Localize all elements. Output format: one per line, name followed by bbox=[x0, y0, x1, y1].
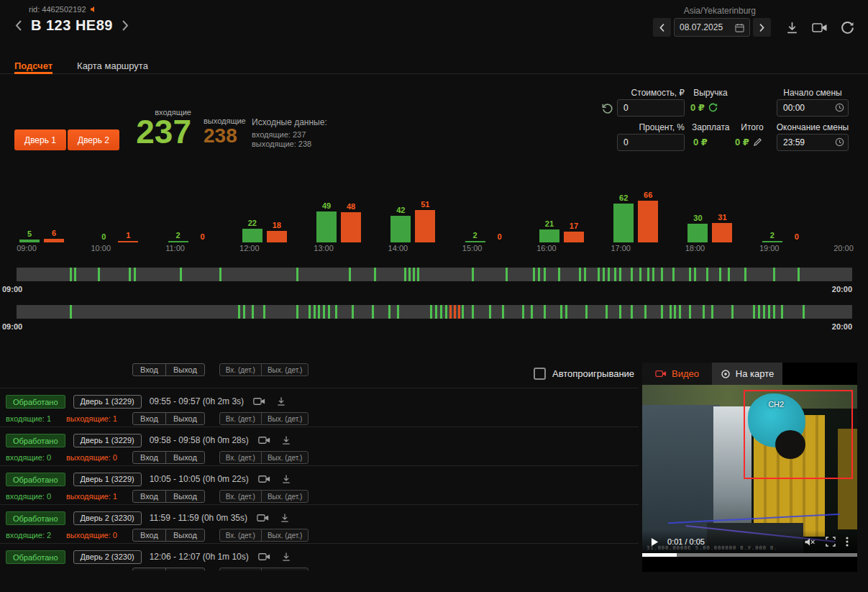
bar-value: 5 bbox=[27, 229, 32, 238]
reset-calc-icon[interactable] bbox=[601, 102, 613, 114]
door-button[interactable]: Дверь 1 (3229) bbox=[73, 395, 142, 409]
timeline-bar-1[interactable] bbox=[17, 268, 852, 281]
event-video-icon[interactable] bbox=[255, 513, 270, 523]
enter-button[interactable]: Вход bbox=[132, 490, 166, 503]
event-video-icon[interactable] bbox=[257, 552, 272, 562]
tab-map[interactable]: На карте bbox=[712, 363, 782, 385]
door-button[interactable]: Дверь 2 (3230) bbox=[73, 511, 142, 525]
door-button[interactable]: Дверь 2 (3230) bbox=[73, 550, 142, 564]
exit-det-button[interactable]: Вых. (дет.) bbox=[261, 529, 309, 542]
more-options-icon[interactable] bbox=[844, 535, 850, 548]
exit-det-button[interactable]: Вых. (дет.) bbox=[261, 568, 309, 570]
exit-button[interactable]: Выход bbox=[165, 451, 205, 464]
enter-button[interactable]: Вход bbox=[132, 363, 166, 376]
next-vehicle-button[interactable] bbox=[120, 18, 131, 33]
bar-rect bbox=[44, 239, 64, 242]
exit-det-button[interactable]: Вых. (дет.) bbox=[261, 412, 309, 425]
exit-det-button[interactable]: Вых. (дет.) bbox=[261, 490, 309, 503]
enter-det-button[interactable]: Вх. (дет.) bbox=[219, 451, 262, 464]
event-time: 12:06 - 12:07 (0h 1m 10s) bbox=[150, 552, 249, 562]
exit-button[interactable]: Выход bbox=[165, 363, 205, 376]
tab-map-label: На карте bbox=[736, 368, 774, 379]
timeline-tick bbox=[440, 305, 442, 319]
timeline-bar-2[interactable] bbox=[17, 305, 852, 319]
event-download-icon[interactable] bbox=[275, 396, 288, 407]
edit-total-icon[interactable] bbox=[753, 137, 762, 147]
exit-button[interactable]: Выход bbox=[165, 490, 205, 503]
download-report-icon[interactable] bbox=[784, 19, 800, 36]
event-download-icon[interactable] bbox=[280, 473, 293, 485]
bar-value: 48 bbox=[347, 202, 355, 211]
door1-button[interactable]: Дверь 1 bbox=[14, 129, 66, 150]
video-camera-icon[interactable] bbox=[810, 21, 829, 35]
tab-video[interactable]: Видео bbox=[642, 363, 712, 385]
mute-icon[interactable] bbox=[803, 536, 817, 548]
tab-counting[interactable]: Подсчет bbox=[14, 50, 52, 74]
event-video-icon[interactable] bbox=[257, 474, 272, 484]
event-download-icon[interactable] bbox=[280, 551, 293, 563]
timeline-tick bbox=[661, 268, 663, 281]
cost-input[interactable] bbox=[617, 99, 685, 117]
exit-button[interactable]: Выход bbox=[165, 412, 205, 425]
revenue-label: Выручка bbox=[690, 88, 731, 98]
prev-date-button[interactable] bbox=[653, 18, 671, 37]
enter-det-button[interactable]: Вх. (дет.) bbox=[219, 363, 262, 376]
video-progress-bar[interactable] bbox=[642, 553, 857, 557]
enter-button[interactable]: Вход bbox=[132, 451, 166, 464]
bar-value: 0 bbox=[795, 232, 799, 241]
enter-button[interactable]: Вход bbox=[132, 412, 166, 425]
enter-det-button[interactable]: Вх. (дет.) bbox=[219, 568, 262, 570]
incoming-value: 237 bbox=[132, 117, 191, 148]
tab-route-map[interactable]: Карта маршрута bbox=[77, 50, 148, 74]
timeline-tick bbox=[531, 305, 533, 319]
enter-det-button[interactable]: Вх. (дет.) bbox=[219, 529, 262, 542]
timeline-tick bbox=[134, 268, 136, 281]
timeline-tick bbox=[565, 305, 567, 319]
event-download-icon[interactable] bbox=[278, 512, 291, 524]
bar-value: 30 bbox=[693, 214, 702, 222]
fullscreen-icon[interactable] bbox=[824, 535, 837, 548]
next-date-button[interactable] bbox=[753, 18, 771, 37]
timeline-tick bbox=[544, 305, 546, 319]
prev-vehicle-button[interactable] bbox=[13, 18, 24, 33]
timeline-tick bbox=[731, 305, 734, 319]
timeline-tick bbox=[472, 268, 474, 281]
exit-det-button[interactable]: Вых. (дет.) bbox=[261, 363, 309, 376]
event-video-icon[interactable] bbox=[252, 396, 267, 406]
exit-button[interactable]: Выход bbox=[165, 529, 205, 542]
enter-button[interactable]: Вход bbox=[132, 529, 166, 542]
calendar-icon[interactable] bbox=[735, 23, 744, 32]
axis-label: 14:00 bbox=[388, 244, 408, 252]
percent-input[interactable] bbox=[617, 134, 685, 151]
enter-det-button[interactable]: Вх. (дет.) bbox=[219, 490, 262, 503]
shift-start-input[interactable] bbox=[777, 99, 849, 117]
detection-box: CH2 bbox=[744, 390, 853, 479]
refresh-icon[interactable] bbox=[839, 19, 856, 36]
event-video-icon[interactable] bbox=[257, 435, 272, 445]
exit-button[interactable]: Выход bbox=[165, 568, 205, 570]
date-input[interactable]: 08.07.2025 bbox=[674, 18, 750, 37]
timeline-tick bbox=[672, 268, 675, 281]
timeline-tick bbox=[661, 305, 663, 319]
door-button[interactable]: Дверь 1 (3229) bbox=[73, 473, 142, 486]
event-download-icon[interactable] bbox=[280, 434, 293, 446]
timeline-tick bbox=[689, 268, 691, 281]
exit-det-button[interactable]: Вых. (дет.) bbox=[261, 451, 309, 464]
total-value-row: 0 ₽ bbox=[735, 137, 762, 147]
play-button[interactable] bbox=[649, 536, 660, 548]
door2-button[interactable]: Дверь 2 bbox=[68, 129, 119, 150]
timeline-tick bbox=[652, 268, 654, 281]
shift-end-label: Окончание смены bbox=[769, 122, 856, 132]
status-badge: Обработано bbox=[6, 395, 65, 409]
tab-video-label: Видео bbox=[672, 368, 699, 379]
vehicle-title: В 123 НЕ89 bbox=[31, 17, 113, 34]
timeline-tick bbox=[631, 305, 633, 319]
revenue-refresh-icon[interactable] bbox=[708, 103, 718, 112]
axis-label: 15:00 bbox=[462, 244, 483, 252]
enter-button[interactable]: Вход bbox=[132, 568, 166, 570]
video-frame[interactable]: CH2 31.000.0000Е 5.00.000000 В.У.000 В. bbox=[642, 385, 857, 553]
shift-end-input[interactable] bbox=[777, 134, 849, 151]
door-button[interactable]: Дверь 1 (3229) bbox=[73, 434, 142, 447]
enter-det-button[interactable]: Вх. (дет.) bbox=[219, 412, 262, 425]
bar-out-11:00: 0 bbox=[193, 185, 213, 242]
